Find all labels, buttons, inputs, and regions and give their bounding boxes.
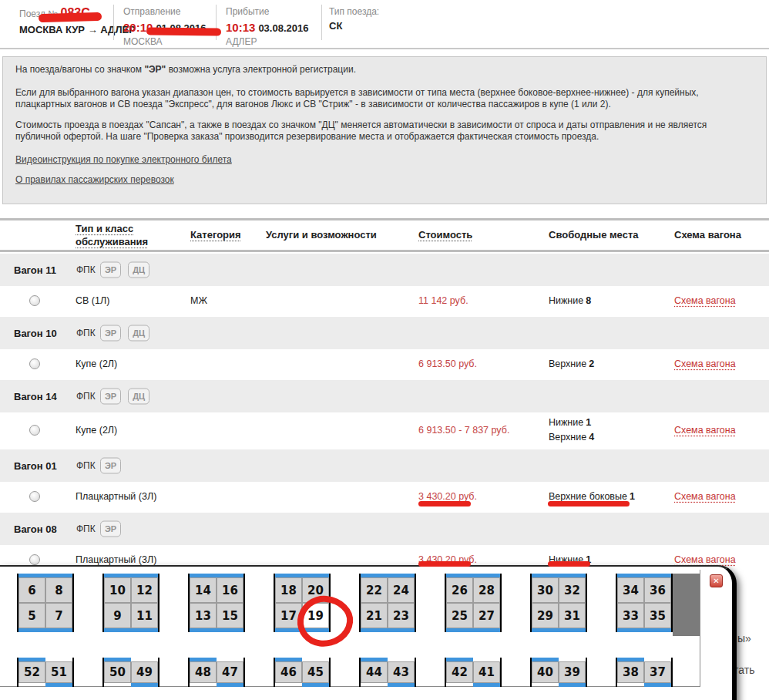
table-row: Купе (2Л) 6 913.50 руб. Верхние2 Схема в… [0, 349, 769, 379]
seat-31[interactable]: 31 [559, 603, 586, 628]
er-badge: ЭР [100, 262, 121, 278]
column-header-price[interactable]: Стоимость [418, 229, 472, 241]
seat-40[interactable]: 40 [532, 661, 559, 683]
side-row: 52515049484746454443424140393837 [17, 658, 673, 687]
wagon-scheme-link[interactable]: Схема вагона [674, 554, 736, 565]
seat-class-radio[interactable] [29, 425, 40, 436]
seat-33[interactable]: 33 [617, 603, 644, 628]
seat-36[interactable]: 36 [644, 577, 671, 603]
seat-15[interactable]: 15 [217, 603, 243, 628]
berth-bar [559, 683, 586, 687]
seat-50[interactable]: 50 [104, 661, 131, 683]
seat-8[interactable]: 8 [45, 577, 72, 603]
dc-badge: ДЦ [128, 325, 149, 342]
arrival-label: Прибытие [226, 6, 308, 17]
seat-44[interactable]: 44 [361, 661, 388, 683]
seat-12[interactable]: 12 [131, 577, 158, 603]
free-seats-cell: Нижние1 Верхние4 [549, 416, 594, 445]
train-type-value: СК [329, 20, 379, 32]
free-seats-cell: Нижние8 [549, 294, 591, 308]
wagon-scheme-link[interactable]: Схема вагона [674, 358, 736, 369]
wagon-table: Тип и класс обслуживания Категория Услуг… [0, 218, 769, 574]
seat-30[interactable]: 30 [532, 577, 559, 603]
seat-10[interactable]: 10 [104, 577, 131, 603]
seat-6[interactable]: 6 [18, 577, 45, 603]
er-badge: ЭР [100, 458, 121, 474]
compartment-block: 30322931 [530, 574, 587, 632]
arrival-block: Прибытие 10:1303.08.2016 АДЛЕР [226, 6, 308, 47]
seat-9[interactable]: 9 [104, 603, 131, 628]
dc-badge: ДЦ [128, 389, 149, 405]
side-seat-pair: 3837 [616, 658, 673, 687]
berth-bar [18, 628, 72, 632]
side-seat-pair: 5049 [102, 658, 160, 687]
seat-37[interactable]: 37 [644, 661, 671, 683]
seat-32[interactable]: 32 [559, 577, 586, 603]
side-seat-pair: 4645 [274, 658, 331, 687]
arrival-station: АДЛЕР [226, 36, 308, 47]
compartment-block: 14161315 [188, 574, 245, 632]
seat-22[interactable]: 22 [361, 577, 388, 603]
train-type-label: Тип поезда: [329, 6, 379, 17]
seat-class-radio[interactable] [29, 358, 40, 369]
berth-bar [45, 683, 72, 687]
seat-47[interactable]: 47 [217, 661, 243, 683]
info-paragraph-1: На поезда/вагоны со значком "ЭР" возможн… [15, 64, 754, 76]
seat-27[interactable]: 27 [473, 603, 500, 628]
seat-26[interactable]: 26 [446, 577, 473, 603]
seat-34[interactable]: 34 [617, 577, 644, 603]
seat-28[interactable]: 28 [473, 577, 500, 603]
header-divider [113, 5, 114, 40]
column-header-free-seats: Свободные места [549, 229, 639, 241]
seat-42[interactable]: 42 [446, 661, 473, 683]
seat-46[interactable]: 46 [275, 661, 302, 683]
seat-23[interactable]: 23 [388, 603, 415, 628]
seat-24[interactable]: 24 [388, 577, 415, 603]
seat-35[interactable]: 35 [644, 603, 671, 628]
wagon-scheme-link[interactable]: Схема вагона [674, 295, 736, 306]
seat-48[interactable]: 48 [190, 661, 217, 683]
passenger-rules-link[interactable]: О правилах пассажирских перевозок [15, 174, 174, 186]
wagon-scheme-link[interactable]: Схема вагона [674, 425, 736, 436]
seat-class-radio[interactable] [29, 491, 40, 502]
compartment-block: 6857 [17, 574, 74, 632]
seat-41[interactable]: 41 [473, 661, 500, 683]
column-header-category[interactable]: Категория [190, 229, 241, 241]
seat-25[interactable]: 25 [446, 603, 473, 628]
seat-39[interactable]: 39 [559, 661, 586, 683]
marker-underline-departure-date [146, 27, 221, 35]
seat-38[interactable]: 38 [617, 661, 644, 683]
seat-43[interactable]: 43 [388, 661, 415, 683]
price-cell: 6 913.50 - 7 837 руб. [418, 425, 509, 436]
video-instruction-link[interactable]: Видеоинструкция по покупке электронного … [15, 154, 232, 166]
close-icon[interactable]: ✕ [710, 574, 723, 587]
seat-52[interactable]: 52 [18, 661, 45, 683]
seat-13[interactable]: 13 [190, 603, 217, 628]
wagon-name: Вагон 14 [14, 391, 57, 402]
berth-bar [361, 628, 415, 632]
seat-5[interactable]: 5 [18, 603, 45, 628]
seat-29[interactable]: 29 [532, 603, 559, 628]
berth-bar [617, 628, 671, 632]
wagon-scheme-link[interactable]: Схема вагона [674, 491, 736, 502]
seat-class-radio[interactable] [29, 554, 40, 565]
seat-16[interactable]: 16 [217, 577, 243, 603]
seat-7[interactable]: 7 [45, 603, 72, 628]
seat-11[interactable]: 11 [131, 603, 158, 628]
train-route: МОСКВА КУР → АДЛЕР [19, 24, 136, 35]
seat-49[interactable]: 49 [131, 661, 158, 683]
seat-21[interactable]: 21 [361, 603, 388, 628]
arrival-date: 03.08.2016 [258, 22, 308, 34]
marker-underline-price-wagon08 [418, 561, 471, 567]
side-seat-pair: 5251 [17, 658, 74, 687]
seat-class-radio[interactable] [29, 295, 40, 306]
seat-14[interactable]: 14 [190, 577, 217, 603]
seat-51[interactable]: 51 [45, 661, 72, 683]
column-header-class[interactable]: Тип и класс обслуживания [76, 222, 166, 248]
berth-bar [388, 683, 415, 687]
seat-18[interactable]: 18 [275, 577, 302, 603]
berth-bar [473, 683, 500, 687]
er-badge: ЭР [100, 521, 121, 537]
table-header-row: Тип и класс обслуживания Категория Услуг… [0, 218, 769, 252]
seat-45[interactable]: 45 [302, 661, 329, 683]
